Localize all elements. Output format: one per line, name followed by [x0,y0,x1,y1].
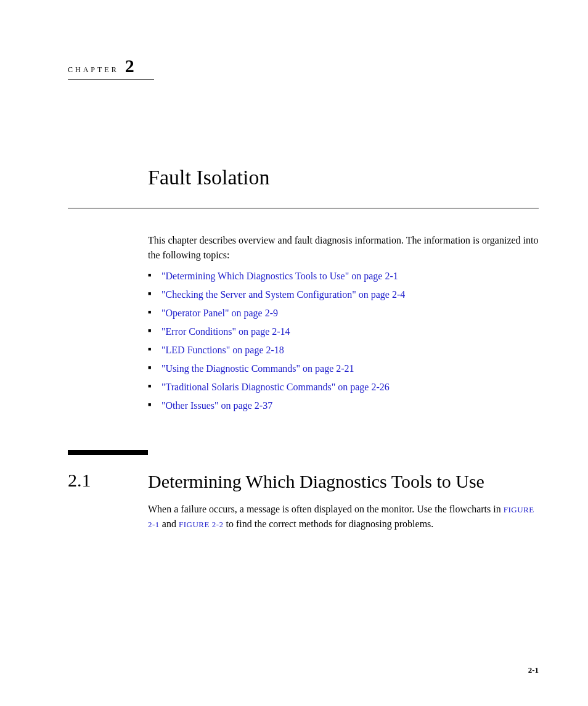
title-rule [68,208,539,208]
topic-link[interactable]: "Checking the Server and System Configur… [161,289,405,300]
page-number: 2-1 [528,665,539,675]
chapter-number: 2 [125,55,134,76]
section-text-pre: When a failure occurs, a message is ofte… [148,504,504,514]
topic-link[interactable]: "Using the Diagnostic Commands" on page … [161,363,354,374]
topic-item: "Error Conditions" on page 2-14 [148,324,539,339]
topic-link[interactable]: "Error Conditions" on page 2-14 [161,326,290,337]
topic-link[interactable]: "Determining Which Diagnostics Tools to … [161,271,398,281]
topic-list: "Determining Which Diagnostics Tools to … [148,269,539,413]
section-number: 2.1 [68,470,148,491]
topic-link[interactable]: "Operator Panel" on page 2-9 [161,308,278,318]
topic-item: "Traditional Solaris Diagnostic Commands… [148,380,539,395]
section-marker [68,450,148,455]
section-text-post: to find the correct methods for diagnosi… [223,519,433,529]
section-heading: 2.1 Determining Which Diagnostics Tools … [68,470,539,493]
section-text-mid: and [160,519,179,529]
topic-link[interactable]: "LED Functions" on page 2-18 [161,345,284,355]
section-title: Determining Which Diagnostics Tools to U… [148,470,484,493]
topic-item: "Operator Panel" on page 2-9 [148,306,539,321]
topic-item: "LED Functions" on page 2-18 [148,343,539,358]
section-body: When a failure occurs, a message is ofte… [148,502,539,532]
figure-ref-2[interactable]: FIGURE 2-2 [179,520,224,529]
topic-item: "Checking the Server and System Configur… [148,287,539,302]
chapter-title: Fault Isolation [148,166,539,189]
intro-block: This chapter describes overview and faul… [148,233,539,413]
topic-item: "Other Issues" on page 2-37 [148,398,539,413]
chapter-label: CHAPTER [68,65,119,75]
topic-link[interactable]: "Other Issues" on page 2-37 [161,400,272,411]
topic-link[interactable]: "Traditional Solaris Diagnostic Commands… [161,382,390,392]
intro-text: This chapter describes overview and faul… [148,233,539,263]
topic-item: "Using the Diagnostic Commands" on page … [148,361,539,376]
chapter-heading-rule: CHAPTER 2 [68,55,154,80]
topic-item: "Determining Which Diagnostics Tools to … [148,269,539,284]
